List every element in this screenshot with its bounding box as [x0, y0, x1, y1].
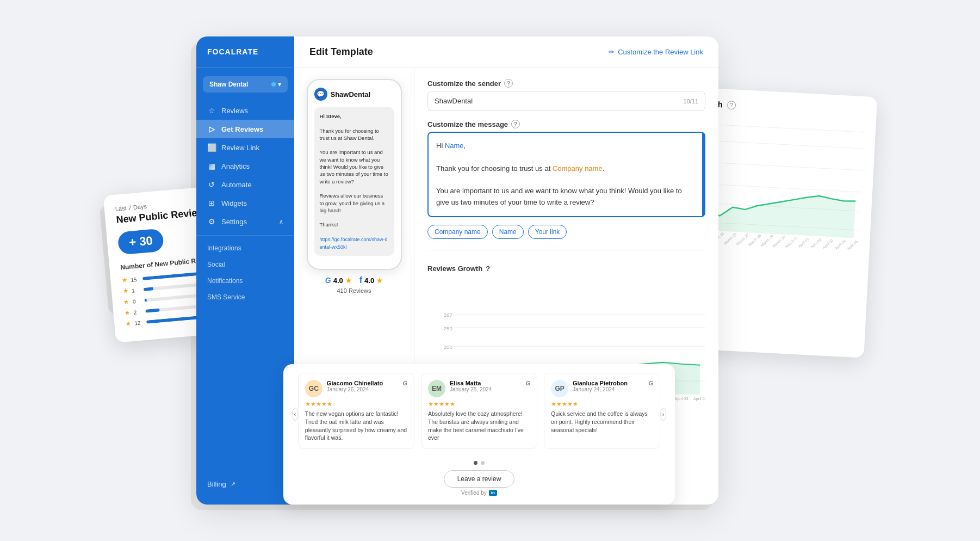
- sidebar-item-social[interactable]: Social: [196, 256, 294, 273]
- tag-pills: Company name Name Your link: [427, 225, 705, 239]
- review-date-1: January 26, 2024: [327, 386, 383, 392]
- star-icon-4: ★: [122, 287, 129, 295]
- sidebar-item-reviews[interactable]: ☆ Reviews: [196, 101, 294, 120]
- sidebar-item-get-reviews[interactable]: ▷ Get Reviews: [196, 120, 294, 138]
- external-link-icon: ↗: [231, 481, 235, 488]
- tag-name[interactable]: Name: [492, 225, 524, 239]
- google-star-icon: ★: [345, 276, 352, 285]
- reviewer-name-3: Gianluca Pietrobon: [573, 380, 628, 386]
- sidebar: FOCALRATE Shaw Dental ▾ ☆ Reviews ▷ Get …: [196, 36, 294, 505]
- leave-review-container: Leave a review Verified by in: [292, 470, 666, 496]
- sidebar-item-notifications[interactable]: Notifications: [196, 273, 294, 289]
- customize-review-link[interactable]: ✏ Customize the Review Link: [609, 48, 703, 56]
- prev-review-arrow[interactable]: ‹: [292, 408, 298, 421]
- monitor-icon: ⬜: [207, 143, 216, 152]
- settings-chevron-icon: ∧: [279, 218, 283, 225]
- account-selector[interactable]: Shaw Dental ▾: [203, 76, 288, 93]
- star-num-3: 0: [132, 298, 141, 304]
- svg-text:April 01: April 01: [797, 237, 810, 249]
- google-rating-value: 4.0: [333, 276, 343, 285]
- sidebar-item-integrations[interactable]: Integrations: [196, 240, 294, 256]
- phone-header: 💬 ShawDental: [314, 88, 394, 101]
- sidebar-item-sms-service[interactable]: SMS Service: [196, 289, 294, 305]
- phone-thanks: Thanks!: [320, 222, 338, 228]
- svg-text:April 04: April 04: [693, 396, 705, 401]
- reviewer-info-2: Elisa Matta January 25, 2024: [450, 380, 492, 392]
- reviews-label: Reviews: [221, 107, 248, 115]
- sidebar-item-widgets[interactable]: ⊞ Widgets: [196, 194, 294, 212]
- billing-item[interactable]: Billing ↗: [196, 475, 294, 494]
- sidebar-item-settings[interactable]: ⚙ Settings ∧: [196, 212, 294, 231]
- dot-1[interactable]: [474, 461, 477, 465]
- sender-char-count: 10/11: [683, 98, 698, 104]
- review-text-3: Quick service and the coffee is always o…: [551, 410, 653, 434]
- automate-label: Automate: [221, 181, 252, 189]
- billing-label: Billing: [207, 480, 226, 488]
- review-text-2: Absolutely love the cozy atmosphere! The…: [428, 410, 530, 442]
- carousel-dots: [292, 461, 666, 465]
- sidebar-item-review-link[interactable]: ⬜ Review Link: [196, 138, 294, 157]
- google-rating: G 4.0 ★: [325, 276, 352, 285]
- star-icon-2: ★: [124, 309, 131, 317]
- verified-text: Verified by: [461, 490, 487, 496]
- next-review-arrow[interactable]: ›: [660, 408, 666, 421]
- tag-company-name[interactable]: Company name: [427, 225, 488, 239]
- sender-label: Customize the sender ?: [427, 79, 705, 88]
- reviewer-avatar-1: GC: [305, 380, 322, 397]
- growth-chart: 267 250 200 150 100: [427, 278, 705, 343]
- message-help-icon[interactable]: ?: [511, 120, 520, 128]
- chart-help-icon[interactable]: ?: [727, 100, 736, 109]
- review-stars-1: ★★★★★: [305, 401, 407, 408]
- star-icon-1: ★: [125, 319, 132, 328]
- svg-text:April 02: April 02: [810, 237, 822, 249]
- customize-link-text: Customize the Review Link: [618, 48, 703, 56]
- content-header: Edit Template ✏ Customize the Review Lin…: [294, 36, 718, 68]
- ratings-row: G 4.0 ★ f 4.0 ★: [325, 275, 383, 285]
- sender-help-icon[interactable]: ?: [504, 79, 513, 88]
- sidebar-item-automate[interactable]: ↺ Automate: [196, 175, 294, 194]
- sidebar-item-analytics[interactable]: ▦ Analytics: [196, 157, 294, 175]
- google-logo-icon: G: [325, 276, 331, 285]
- dot-2[interactable]: [481, 461, 485, 465]
- svg-text:April 03: April 03: [674, 396, 688, 401]
- circle-icon: [271, 82, 276, 87]
- facebook-star-icon: ★: [376, 276, 383, 285]
- star-num-5: 15: [131, 276, 140, 282]
- phone-mockup: 💬 ShawDental Hi Steve, Thank you for cho…: [307, 79, 402, 270]
- reviewer-info-3: Gianluca Pietrobon January 24, 2024: [573, 380, 628, 392]
- svg-text:April 05: April 05: [846, 239, 859, 251]
- svg-text:March 31: March 31: [784, 235, 798, 249]
- reviewer-header-2: EM Elisa Matta January 25, 2024 G: [428, 380, 530, 397]
- msg-line1-pre: Thank you for choosing to trust us at: [436, 164, 553, 173]
- growth-help-icon[interactable]: ?: [486, 265, 490, 273]
- svg-text:267: 267: [443, 312, 452, 318]
- star-num-1: 12: [134, 319, 144, 326]
- svg-text:250: 250: [443, 325, 452, 331]
- star-icon-3: ★: [123, 298, 129, 306]
- message-box[interactable]: Hi Name, Thank you for choosing to trust…: [427, 132, 705, 217]
- review-date-3: January 24, 2024: [573, 386, 628, 392]
- reviewer-avatar-2: EM: [428, 380, 445, 397]
- review-text-1: The new vegan options are fantastic! Tri…: [305, 410, 407, 442]
- star-num-2: 2: [133, 309, 142, 315]
- send-icon: ▷: [207, 125, 216, 133]
- reviewer-info-1: Giacomo Chinellato January 26, 2024: [327, 380, 383, 392]
- review-card-1: GC Giacomo Chinellato January 26, 2024 G…: [298, 373, 414, 449]
- reviewer-name-2: Elisa Matta: [450, 380, 492, 386]
- sender-field[interactable]: ShawDental 10/11: [427, 91, 705, 111]
- tag-your-link[interactable]: Your link: [528, 225, 567, 239]
- widgets-icon: ⊞: [207, 199, 216, 207]
- star-num-4: 1: [132, 287, 141, 293]
- svg-text:April 04: April 04: [834, 239, 847, 251]
- analytics-label: Analytics: [221, 162, 250, 170]
- svg-text:200: 200: [443, 344, 452, 350]
- verified-logo: in: [489, 490, 497, 496]
- page-title: Edit Template: [309, 46, 373, 58]
- msg-comma: ,: [464, 142, 466, 150]
- nav-divider: [196, 235, 294, 236]
- leave-review-button[interactable]: Leave a review: [444, 470, 515, 488]
- review-stars-2: ★★★★★: [428, 401, 530, 408]
- automate-icon: ↺: [207, 180, 216, 189]
- review-cards-row: GC Giacomo Chinellato January 26, 2024 G…: [298, 373, 660, 449]
- g-badge-1: G: [402, 380, 407, 386]
